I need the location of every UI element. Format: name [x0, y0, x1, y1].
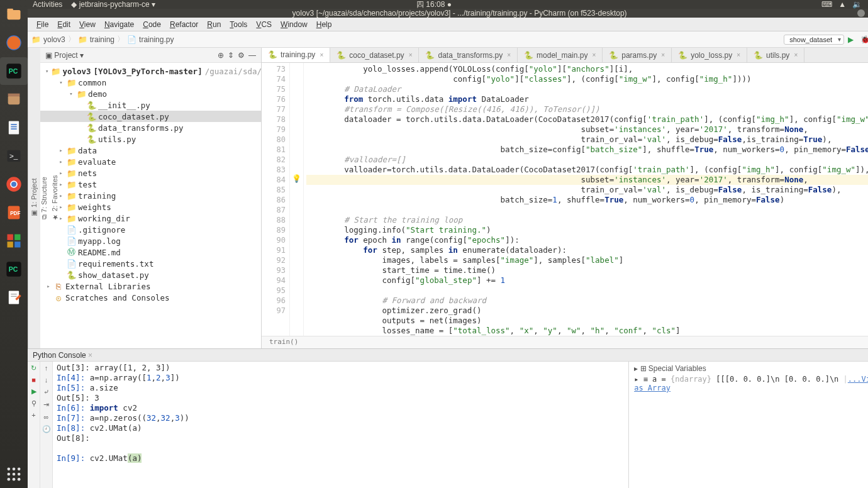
network-icon[interactable]: ▲ — [838, 0, 846, 9]
keyboard-icon[interactable]: ⌨ — [821, 0, 832, 9]
menu-window[interactable]: Window — [277, 19, 311, 30]
link-icon[interactable]: ∞ — [44, 413, 49, 421]
dock-files-icon[interactable] — [0, 1, 28, 28]
variables-pane[interactable]: ▸ ⊞ Special Variables ▸ ≡ a = {ndarray} … — [628, 362, 868, 488]
tree-node[interactable]: ▸📁working_dir — [40, 213, 261, 224]
tree-node[interactable]: ⓂREADME.md — [40, 247, 261, 258]
menu-file[interactable]: File — [33, 19, 52, 30]
dock-pycharm-icon[interactable]: PC — [0, 57, 28, 85]
tree-node[interactable]: ▾📁yolov3 [YOLOv3_PyTorch-master] /guazai… — [40, 65, 261, 77]
tree-node[interactable]: 🐍utils.py — [40, 133, 261, 145]
svg-point-31 — [8, 473, 11, 476]
editor-tab[interactable]: 🐍training.py× — [262, 48, 330, 63]
editor-tabs: 🐍training.py×🐍coco_dataset.py×🐍data_tran… — [262, 48, 868, 63]
tree-node[interactable]: ◎Scratches and Consoles — [40, 292, 261, 303]
menu-run[interactable]: Run — [203, 19, 225, 30]
menu-tools[interactable]: Tools — [226, 19, 251, 30]
tree-node[interactable]: 🐍coco_dataset.py — [40, 111, 261, 122]
editor-tab[interactable]: 🐍utils.py× — [747, 48, 804, 62]
svg-point-32 — [13, 473, 16, 476]
debug-icon[interactable]: 🐞 — [860, 35, 868, 44]
menu-code[interactable]: Code — [139, 19, 165, 30]
navigation-bar: 📁yolov3〉📁training〉📄training.py show_data… — [28, 31, 868, 48]
svg-point-36 — [18, 478, 21, 481]
menu-vcs[interactable]: VCS — [252, 19, 275, 30]
tree-node[interactable]: 🐍show_dataset.py — [40, 269, 261, 280]
svg-point-29 — [13, 468, 16, 471]
collapse-icon[interactable]: ⇕ — [228, 51, 234, 60]
editor-tab[interactable]: 🐍data_transforms.py× — [419, 48, 518, 62]
editor-tab[interactable]: 🐍model_main.py× — [518, 48, 603, 62]
tree-node[interactable]: 🐍__init__.py — [40, 99, 261, 111]
editor-breadcrumb[interactable]: train() — [262, 336, 868, 348]
tree-node[interactable]: 📄myapp.log — [40, 235, 261, 247]
project-tree[interactable]: ▾📁yolov3 [YOLOv3_PyTorch-master] /guazai… — [40, 63, 261, 348]
run-config-selector[interactable]: show_dataset — [784, 35, 844, 45]
menu-edit[interactable]: Edit — [53, 19, 74, 30]
app-menu[interactable]: ◆ jetbrains-pycharm-ce ▾ — [71, 0, 155, 9]
window-titlebar: yolov3 [~/guazai/sda/chenchao/projects/y… — [28, 9, 868, 18]
menu-navigate[interactable]: Navigate — [101, 19, 138, 30]
tree-node[interactable]: 📄.gitignore — [40, 224, 261, 235]
sidebar-favorites-tab[interactable]: ★ 2: Favorites — [49, 52, 60, 345]
down-icon[interactable]: ↓ — [45, 376, 48, 384]
svg-rect-22 — [14, 241, 20, 247]
editor-tab[interactable]: 🐍yolo_loss.py× — [672, 48, 747, 62]
code-editor[interactable]: yolo_losses.append(YOLOLoss(config["yolo… — [304, 63, 868, 336]
locate-icon[interactable]: ⊕ — [218, 51, 224, 60]
hide-icon[interactable]: — — [248, 51, 256, 60]
svg-rect-9 — [11, 124, 16, 125]
console-output[interactable]: Out[3]: array([1, 2, 3])In[4]: a=np.arra… — [53, 362, 628, 488]
svg-rect-26 — [11, 294, 16, 294]
editor-tab[interactable]: 🐍coco_dataset.py× — [330, 48, 419, 62]
volume-icon[interactable]: 🔉 — [852, 0, 862, 9]
activities-button[interactable]: Activities — [33, 0, 62, 9]
menu-help[interactable]: Help — [313, 19, 336, 30]
execute-icon[interactable]: ▶ — [31, 387, 36, 396]
tree-node[interactable]: ▸📁evaluate — [40, 156, 261, 167]
dock-terminal-icon[interactable]: >_ — [0, 142, 28, 170]
dock-colors-icon[interactable] — [0, 227, 28, 255]
dock-pycharm2-icon[interactable]: PC — [0, 255, 28, 283]
console-left-toolbar2: ↑ ↓ ⤶ ⇥ ∞ 🕘 — [40, 362, 53, 488]
console-tab[interactable]: Python Console × — [33, 351, 92, 360]
tree-node[interactable]: 🐍data_transforms.py — [40, 122, 261, 133]
sidebar-structure-tab[interactable]: ⧉ 7: Structure — [39, 52, 49, 345]
dock-document-icon[interactable] — [0, 114, 28, 141]
menu-view[interactable]: View — [75, 19, 99, 30]
tree-node[interactable]: ▸📁data — [40, 145, 261, 156]
tree-node[interactable]: ▸📁training — [40, 190, 261, 201]
sidebar-project-tab[interactable]: ▣ 1: Project — [28, 52, 39, 345]
stop-icon[interactable]: ■ — [31, 376, 36, 384]
window-minimize-button[interactable] — [857, 9, 865, 17]
menu-refactor[interactable]: Refactor — [166, 19, 202, 30]
tree-node[interactable]: ▾📁common — [40, 77, 261, 88]
new-console-icon[interactable]: + — [31, 411, 35, 419]
dock-chrome-icon[interactable] — [0, 170, 28, 198]
tree-node[interactable]: ▸⎘External Libraries — [40, 280, 261, 292]
breadcrumb[interactable]: 📁yolov3〉📁training〉📄training.py — [31, 34, 174, 45]
wrap-icon[interactable]: ⤶ — [43, 388, 49, 396]
svg-rect-10 — [11, 126, 16, 128]
tree-node[interactable]: ▸📁test — [40, 179, 261, 190]
rerun-icon[interactable]: ↻ — [31, 364, 36, 372]
tree-node[interactable]: ▸📁nets — [40, 167, 261, 179]
intention-bulb-icon[interactable]: 💡 — [292, 174, 301, 183]
dock-firefox-icon[interactable] — [0, 29, 28, 57]
tree-node[interactable]: 📄requirements.txt — [40, 258, 261, 269]
svg-text:PC: PC — [9, 265, 18, 273]
svg-point-35 — [13, 478, 16, 481]
dock-notes-icon[interactable] — [0, 284, 28, 311]
dock-apps-icon[interactable] — [0, 460, 28, 488]
run-icon[interactable]: ▶ — [848, 35, 857, 44]
dock-pdf-icon[interactable]: PDF — [0, 199, 28, 226]
tree-node[interactable]: ▸📁weights — [40, 201, 261, 213]
tree-node[interactable]: ▾📁demo — [40, 88, 261, 99]
settings-icon[interactable]: ⚙ — [238, 51, 245, 60]
scroll-icon[interactable]: ⇥ — [43, 401, 49, 409]
editor-tab[interactable]: 🐍params.py× — [603, 48, 672, 62]
up-icon[interactable]: ↑ — [45, 364, 48, 372]
history-icon[interactable]: 🕘 — [42, 425, 51, 433]
dock-archive-icon[interactable] — [0, 86, 28, 113]
attach-icon[interactable]: ⚲ — [31, 399, 36, 408]
